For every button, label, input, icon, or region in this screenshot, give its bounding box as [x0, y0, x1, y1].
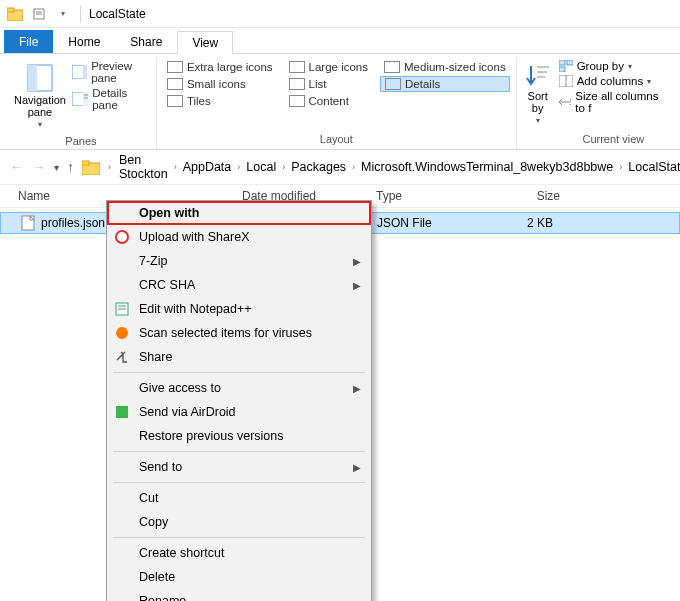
add-columns-icon	[559, 75, 573, 87]
ribbon-group-panes: Navigation pane ▾ Preview pane Details p…	[6, 58, 157, 149]
ribbon-tabs: File Home Share View	[0, 28, 680, 54]
ribbon-group-panes-label: Panes	[65, 133, 96, 149]
chevron-right-icon[interactable]: ›	[108, 162, 111, 172]
folder-icon	[6, 5, 24, 23]
layout-list[interactable]: List	[285, 76, 372, 92]
chevron-down-icon: ▾	[38, 120, 42, 129]
crumb-1[interactable]: AppData	[183, 160, 232, 174]
notepadpp-icon	[113, 300, 131, 318]
navigation-pane-label: Navigation pane	[14, 94, 66, 118]
sort-by-button[interactable]: Sort by ▾	[523, 60, 553, 127]
menu-7zip[interactable]: 7-Zip▶	[107, 249, 371, 273]
size-all-columns-button[interactable]: Size all columns to f	[559, 90, 668, 114]
chevron-down-icon: ▾	[536, 116, 540, 125]
svg-rect-1	[7, 8, 14, 12]
qat-dropdown-icon[interactable]: ▾	[54, 5, 72, 23]
menu-delete[interactable]: Delete	[107, 565, 371, 589]
crumb-5[interactable]: LocalState	[628, 160, 680, 174]
chevron-right-icon[interactable]: ›	[619, 162, 622, 172]
svg-rect-17	[559, 60, 565, 65]
crumb-3[interactable]: Packages	[291, 160, 346, 174]
navigation-pane-icon	[27, 64, 53, 92]
window-title: LocalState	[89, 7, 146, 21]
layout-large[interactable]: Large icons	[285, 60, 372, 74]
nav-forward-button[interactable]: →	[32, 155, 46, 179]
chevron-right-icon[interactable]: ›	[237, 162, 240, 172]
address-bar-row: ← → ▾ ↑ › Ben Stockton› AppData› Local› …	[0, 150, 680, 184]
preview-pane-toggle[interactable]: Preview pane	[72, 60, 150, 84]
tab-share[interactable]: Share	[115, 30, 177, 53]
submenu-arrow-icon: ▶	[353, 256, 361, 267]
folder-icon	[82, 160, 100, 175]
menu-create-shortcut[interactable]: Create shortcut	[107, 541, 371, 565]
sort-icon	[525, 62, 551, 88]
group-by-button[interactable]: Group by ▾	[559, 60, 668, 72]
menu-upload-sharex[interactable]: Upload with ShareX	[107, 225, 371, 249]
chevron-right-icon[interactable]: ›	[282, 162, 285, 172]
tab-file[interactable]: File	[4, 30, 53, 53]
navigation-pane-button[interactable]: Navigation pane ▾	[12, 60, 68, 133]
size-columns-icon	[559, 96, 572, 108]
crumb-0[interactable]: Ben Stockton	[119, 153, 168, 181]
chevron-right-icon[interactable]: ›	[174, 162, 177, 172]
ribbon-group-layout-label: Layout	[320, 131, 353, 147]
ribbon-group-current-view-label: Current view	[582, 131, 644, 147]
menu-crc-sha[interactable]: CRC SHA▶	[107, 273, 371, 297]
menu-separator	[113, 482, 365, 483]
menu-separator	[113, 372, 365, 373]
add-columns-button[interactable]: Add columns ▾	[559, 75, 668, 87]
svg-rect-24	[82, 161, 89, 165]
layout-options: Extra large icons Large icons Medium-siz…	[163, 60, 510, 108]
menu-open-with[interactable]: Open with	[107, 201, 371, 225]
menu-separator	[113, 451, 365, 452]
crumb-2[interactable]: Local	[246, 160, 276, 174]
tab-view[interactable]: View	[177, 31, 233, 54]
ribbon-group-layout: Extra large icons Large icons Medium-siz…	[157, 58, 517, 149]
menu-rename[interactable]: Rename	[107, 589, 371, 601]
layout-medium[interactable]: Medium-sized icons	[380, 60, 510, 74]
menu-give-access[interactable]: Give access to▶	[107, 376, 371, 400]
submenu-arrow-icon: ▶	[353, 383, 361, 394]
menu-send-to[interactable]: Send to▶	[107, 455, 371, 479]
svg-rect-19	[559, 67, 565, 72]
context-menu: Open with Upload with ShareX 7-Zip▶ CRC …	[106, 200, 372, 601]
layout-extra-large[interactable]: Extra large icons	[163, 60, 277, 74]
file-type: JSON File	[377, 216, 477, 230]
svg-rect-6	[28, 65, 37, 91]
layout-details[interactable]: Details	[380, 76, 510, 92]
col-header-size[interactable]: Size	[476, 189, 576, 203]
svg-rect-8	[83, 65, 87, 79]
chevron-down-icon: ▾	[628, 62, 632, 71]
sort-by-label: Sort by	[528, 90, 548, 114]
crumb-4[interactable]: Microsoft.WindowsTerminal_8wekyb3d8bbwe	[361, 160, 613, 174]
svg-point-30	[116, 327, 128, 339]
menu-cut[interactable]: Cut	[107, 486, 371, 510]
avast-icon	[113, 324, 131, 342]
properties-icon[interactable]	[30, 5, 48, 23]
nav-back-button[interactable]: ←	[10, 155, 24, 179]
menu-share[interactable]: Share	[107, 345, 371, 369]
layout-tiles[interactable]: Tiles	[163, 94, 277, 108]
menu-scan-viruses[interactable]: Scan selected items for viruses	[107, 321, 371, 345]
nav-up-button[interactable]: ↑	[67, 155, 74, 179]
group-by-icon	[559, 60, 573, 72]
menu-notepadpp[interactable]: Edit with Notepad++	[107, 297, 371, 321]
tab-home[interactable]: Home	[53, 30, 115, 53]
submenu-arrow-icon: ▶	[353, 462, 361, 473]
nav-recent-dropdown[interactable]: ▾	[54, 155, 59, 179]
ribbon-sort: Sort by ▾	[517, 58, 553, 149]
details-pane-toggle[interactable]: Details pane	[72, 87, 150, 111]
menu-restore-versions[interactable]: Restore previous versions	[107, 424, 371, 448]
svg-rect-18	[567, 60, 573, 65]
col-header-type[interactable]: Type	[376, 189, 476, 203]
menu-copy[interactable]: Copy	[107, 510, 371, 534]
layout-small[interactable]: Small icons	[163, 76, 277, 92]
share-icon	[113, 348, 131, 366]
chevron-right-icon[interactable]: ›	[352, 162, 355, 172]
airdroid-icon	[113, 403, 131, 421]
svg-point-26	[116, 231, 128, 243]
file-icon	[21, 215, 35, 231]
sharex-icon	[113, 228, 131, 246]
layout-content[interactable]: Content	[285, 94, 372, 108]
menu-airdroid[interactable]: Send via AirDroid	[107, 400, 371, 424]
